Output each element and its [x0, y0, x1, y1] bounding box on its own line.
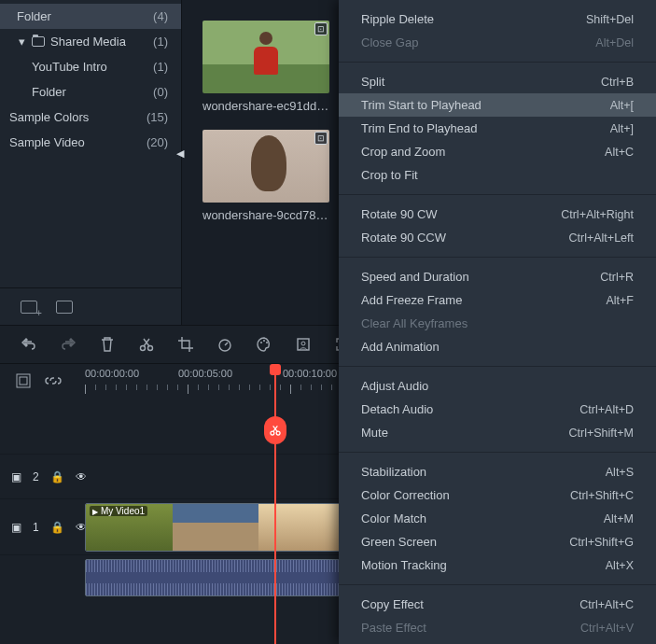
- video-clip[interactable]: My Video1: [85, 503, 346, 552]
- svg-point-3: [260, 342, 262, 343]
- menu-item: Close GapAlt+Del: [339, 31, 656, 54]
- clip-label: My Video1: [90, 506, 147, 516]
- menu-item[interactable]: Rotate 90 CWCtrl+Alt+Right: [339, 203, 656, 226]
- sidebar: Folder (4) ▾Shared Media (1) YouTube Int…: [0, 0, 182, 325]
- menu-item-label: Mute: [361, 426, 388, 440]
- menu-item-label: Add Animation: [361, 340, 440, 354]
- tree-item-shared-media[interactable]: ▾Shared Media (1): [0, 29, 181, 54]
- menu-item[interactable]: Motion TrackingAlt+X: [339, 553, 656, 577]
- menu-item[interactable]: Add Animation: [339, 335, 656, 358]
- menu-item-label: Paste Effect: [361, 621, 426, 635]
- audio-clip[interactable]: [85, 559, 346, 596]
- cut-playhead-icon[interactable]: [264, 416, 286, 444]
- menu-item[interactable]: SplitCtrl+B: [339, 70, 656, 93]
- menu-item-shortcut: Alt+S: [606, 466, 634, 479]
- menu-item[interactable]: Detach AudioCtrl+Alt+D: [339, 398, 656, 421]
- menu-item-label: Add Freeze Frame: [361, 293, 462, 307]
- undo-icon[interactable]: [21, 336, 37, 353]
- new-folder-icon[interactable]: [21, 301, 37, 314]
- menu-item[interactable]: Color MatchAlt+M: [339, 507, 656, 530]
- open-folder-icon[interactable]: [56, 301, 73, 314]
- greenscreen-icon[interactable]: [295, 336, 312, 353]
- menu-item-label: Split: [361, 75, 384, 89]
- speed-icon[interactable]: [216, 336, 233, 353]
- menu-item-label: Trim Start to Playhead: [361, 98, 482, 112]
- menu-item[interactable]: MuteCtrl+Shift+M: [339, 421, 656, 444]
- menu-item: Clear All Keyframes: [339, 312, 656, 335]
- menu-separator: [339, 194, 656, 195]
- menu-item: Paste EffectCtrl+Alt+V: [339, 616, 656, 639]
- menu-item-shortcut: Ctrl+R: [600, 271, 634, 284]
- menu-item[interactable]: StabilizationAlt+S: [339, 460, 656, 483]
- svg-point-7: [301, 342, 305, 345]
- menu-item-label: Rotate 90 CCW: [361, 231, 446, 245]
- clip-type-icon: ⊡: [314, 22, 328, 35]
- tree-item-youtube-intro[interactable]: YouTube Intro (1): [0, 54, 181, 79]
- menu-item-shortcut: Alt+X: [606, 559, 634, 572]
- menu-item-label: Rotate 90 CW: [361, 207, 438, 221]
- track-index: 2: [33, 470, 39, 483]
- menu-item[interactable]: Color CorrectionCtrl+Shift+C: [339, 483, 656, 507]
- menu-item-label: Adjust Audio: [361, 379, 428, 393]
- folder-icon: [32, 36, 45, 47]
- svg-point-4: [263, 340, 265, 342]
- menu-item[interactable]: Green ScreenCtrl+Shift+G: [339, 530, 656, 553]
- tree-item-folder-child[interactable]: Folder (0): [0, 79, 181, 105]
- menu-item-label: Crop to Fit: [361, 168, 418, 182]
- menu-item[interactable]: Crop and ZoomAlt+C: [339, 140, 656, 163]
- menu-item[interactable]: Trim Start to PlayheadAlt+[: [339, 93, 656, 117]
- color-icon[interactable]: [256, 336, 272, 353]
- crop-icon[interactable]: [177, 336, 194, 353]
- menu-item-shortcut: Ctrl+B: [601, 76, 634, 89]
- collapse-sidebar-icon[interactable]: ◀: [176, 147, 184, 160]
- menu-separator: [339, 257, 656, 258]
- menu-separator: [339, 366, 656, 367]
- menu-item-shortcut: Ctrl+Shift+G: [569, 536, 634, 549]
- menu-item[interactable]: Crop to Fit: [339, 163, 656, 187]
- menu-item-label: Color Correction: [361, 488, 450, 502]
- menu-item-shortcut: Ctrl+Alt+V: [580, 622, 634, 635]
- menu-item-label: Speed and Duration: [361, 270, 469, 284]
- menu-item-label: Copy Effect: [361, 597, 424, 611]
- media-item[interactable]: ⊡ wondershare-ec91dd68-…: [202, 21, 329, 113]
- menu-item[interactable]: Delete Effect: [339, 639, 656, 644]
- menu-item-label: Close Gap: [361, 35, 418, 49]
- timecode: 00:00:10:00: [283, 368, 337, 379]
- svg-point-0: [141, 346, 146, 351]
- context-menu[interactable]: Ripple DeleteShift+DelClose GapAlt+DelSp…: [339, 0, 656, 644]
- lock-icon[interactable]: 🔒: [50, 521, 64, 534]
- menu-item-shortcut: Alt+M: [604, 512, 634, 525]
- link-icon[interactable]: [45, 372, 62, 389]
- menu-item-shortcut: Alt+]: [610, 122, 634, 135]
- menu-item-label: Clear All Keyframes: [361, 316, 468, 330]
- menu-item[interactable]: Copy EffectCtrl+Alt+C: [339, 593, 656, 616]
- menu-item-shortcut: Ctrl+Alt+Right: [561, 208, 634, 221]
- split-icon[interactable]: [138, 336, 155, 353]
- menu-item[interactable]: Trim End to PlayheadAlt+]: [339, 117, 656, 140]
- media-caption: wondershare-9ccd78f6-6…: [202, 208, 329, 222]
- tree-item-sample-colors[interactable]: Sample Colors (15): [0, 105, 181, 130]
- track-film-icon: ▣: [11, 521, 21, 534]
- menu-item[interactable]: Speed and DurationCtrl+R: [339, 265, 656, 288]
- menu-item[interactable]: Rotate 90 CCWCtrl+Alt+Left: [339, 226, 656, 249]
- tree-item-sample-video[interactable]: Sample Video (20): [0, 130, 181, 155]
- menu-item-shortcut: Ctrl+Alt+C: [579, 598, 634, 611]
- timecode: 00:00:05:00: [178, 368, 232, 379]
- sidebar-footer: [0, 287, 181, 325]
- svg-point-5: [266, 342, 268, 343]
- redo-icon[interactable]: [60, 336, 77, 353]
- menu-item[interactable]: Adjust Audio: [339, 374, 656, 398]
- media-caption: wondershare-ec91dd68-…: [202, 99, 329, 113]
- media-item[interactable]: ⊡ wondershare-9ccd78f6-6…: [202, 130, 329, 222]
- menu-separator: [339, 452, 656, 453]
- delete-icon[interactable]: [99, 336, 116, 353]
- tree-item-folder[interactable]: Folder (4): [0, 4, 181, 29]
- playhead[interactable]: [274, 364, 276, 644]
- lock-icon[interactable]: 🔒: [50, 470, 64, 483]
- menu-item-label: Detach Audio: [361, 402, 433, 416]
- menu-item-label: Trim End to Playhead: [361, 121, 478, 135]
- timeline-options-icon[interactable]: [15, 372, 32, 389]
- menu-item[interactable]: Ripple DeleteShift+Del: [339, 7, 656, 31]
- menu-item-label: Stabilization: [361, 465, 426, 479]
- menu-item[interactable]: Add Freeze FrameAlt+F: [339, 288, 656, 312]
